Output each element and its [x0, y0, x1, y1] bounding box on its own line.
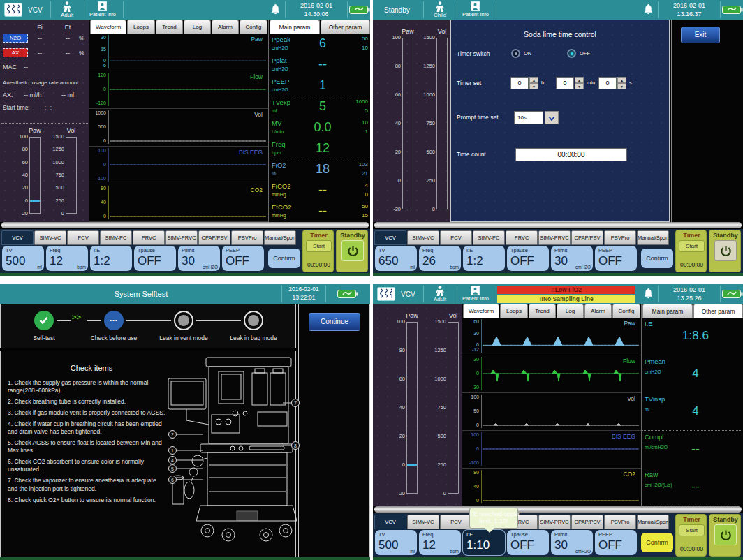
- mode-tab-prvc[interactable]: PRVC: [133, 230, 165, 245]
- mode-tab-pcv[interactable]: PCV: [440, 230, 472, 245]
- patient-info-label[interactable]: Patient Info: [82, 12, 123, 18]
- setting-tv[interactable]: TV650ml: [375, 246, 417, 271]
- spinner-up-button[interactable]: ▲: [529, 77, 538, 83]
- mode-tab-vcv[interactable]: VCV: [374, 515, 406, 529]
- setting-plimit[interactable]: Plimit30cmH2O: [178, 246, 220, 271]
- patient-type-label[interactable]: Child: [426, 12, 454, 18]
- radio-on[interactable]: [511, 49, 520, 58]
- gauge-tick-label: -20: [383, 207, 401, 213]
- setting-freq[interactable]: Freq12bpm: [46, 246, 88, 271]
- tab-config[interactable]: Config: [612, 304, 640, 318]
- mode-tab-cpap-psv[interactable]: CPAP/PSV: [571, 230, 603, 245]
- mode-tab-simv-pc[interactable]: SIMV-PC: [473, 230, 505, 245]
- tab-log[interactable]: Log: [557, 304, 584, 318]
- alarm-bell-icon[interactable]: [642, 288, 654, 300]
- mode-tab-simv-vc[interactable]: SIMV-VC: [407, 515, 439, 529]
- setting-i-e[interactable]: I:E1:2: [90, 246, 132, 271]
- setting-plimit[interactable]: Plimit30cmH2O: [551, 530, 593, 555]
- setting-tpause[interactable]: TpauseOFF: [134, 246, 176, 271]
- patient-info-label[interactable]: Patient Info: [455, 12, 496, 18]
- tab-main-param[interactable]: Main param: [270, 20, 320, 34]
- timer-start-button[interactable]: Start: [679, 524, 705, 536]
- setting-tv[interactable]: TV500ml: [375, 530, 417, 555]
- tab-main-param[interactable]: Main param: [642, 304, 693, 318]
- mode-tab-psvpro[interactable]: PSVPro: [604, 230, 636, 245]
- radio-off[interactable]: [567, 49, 576, 58]
- patient-info-icon[interactable]: [471, 1, 480, 11]
- confirm-button[interactable]: Confirm: [268, 249, 300, 268]
- tab-waveform[interactable]: Waveform: [463, 304, 499, 318]
- timer-start-button[interactable]: Start: [679, 240, 705, 252]
- spinner-field-h[interactable]: 0: [510, 77, 529, 89]
- spinner-up-button[interactable]: ▲: [575, 77, 584, 83]
- setting-i-e[interactable]: I:E1:10: [463, 530, 505, 555]
- spinner-down-button[interactable]: ▼: [575, 83, 584, 89]
- mode-tab-manual-spont[interactable]: Manual/Spont: [637, 230, 669, 245]
- tab-other-param[interactable]: Other param: [321, 20, 370, 34]
- patient-type-icon[interactable]: [435, 1, 445, 12]
- tab-loops[interactable]: Loops: [127, 20, 155, 34]
- mode-tab-cpap-psv[interactable]: CPAP/PSV: [571, 515, 603, 529]
- patient-info-label[interactable]: Patient Info: [455, 296, 496, 302]
- patient-type-label[interactable]: Adult: [426, 296, 454, 302]
- spinner-field-min[interactable]: 0: [556, 77, 574, 89]
- setting-peep[interactable]: PEEPOFF: [222, 246, 264, 271]
- tab-trend[interactable]: Trend: [156, 20, 183, 34]
- spinner-up-button[interactable]: ▲: [617, 77, 626, 83]
- patient-type-label[interactable]: Adult: [53, 12, 81, 18]
- mode-tab-prvc[interactable]: PRVC: [506, 230, 538, 245]
- exit-button[interactable]: Exit: [681, 27, 720, 43]
- mode-tab-simv-prvc[interactable]: SIMV-PRVC: [165, 230, 198, 245]
- standby-power-button[interactable]: [714, 524, 737, 545]
- mode-tab-simv-vc[interactable]: SIMV-VC: [407, 230, 439, 245]
- setting-plimit[interactable]: Plimit30cmH2O: [551, 246, 593, 271]
- setting-tpause[interactable]: TpauseOFF: [507, 246, 549, 271]
- standby-power-button[interactable]: [341, 240, 364, 261]
- mode-tab-psvpro[interactable]: PSVPro: [604, 515, 636, 529]
- confirm-button[interactable]: Confirm: [641, 533, 673, 552]
- standby-power-button[interactable]: [714, 240, 737, 261]
- patient-type-icon[interactable]: [435, 286, 445, 296]
- mode-tab-simv-prvc[interactable]: SIMV-PRVC: [538, 230, 571, 245]
- confirm-button[interactable]: Confirm: [641, 249, 673, 268]
- tab-alarm[interactable]: Alarm: [584, 304, 612, 318]
- tab-alarm[interactable]: Alarm: [212, 20, 239, 34]
- setting-freq[interactable]: Freq12bpm: [419, 530, 461, 555]
- patient-type-icon[interactable]: [62, 1, 72, 12]
- prompt-time-field[interactable]: 10s: [514, 111, 543, 124]
- mode-tab-psvpro[interactable]: PSVPro: [231, 230, 263, 245]
- mode-tab-pcv[interactable]: PCV: [67, 230, 99, 245]
- setting-peep[interactable]: PEEPOFF: [595, 246, 637, 271]
- mode-tab-simv-pc[interactable]: SIMV-PC: [100, 230, 132, 245]
- spinner-down-button[interactable]: ▼: [529, 83, 538, 89]
- mode-tab-simv-vc[interactable]: SIMV-VC: [34, 230, 66, 245]
- setting-tv[interactable]: TV500ml: [2, 246, 44, 271]
- tab-config[interactable]: Config: [240, 20, 267, 34]
- gauge-tick-label: 1500: [417, 35, 435, 41]
- tab-other-param[interactable]: Other param: [693, 304, 743, 318]
- alarm-bell-icon[interactable]: [270, 3, 281, 15]
- mode-tab-vcv[interactable]: VCV: [374, 230, 406, 245]
- alarm-bell-icon[interactable]: [642, 3, 654, 15]
- mode-tab-manual-spont[interactable]: Manual/Spont: [637, 515, 669, 529]
- tab-trend[interactable]: Trend: [529, 304, 556, 318]
- mode-tab-simv-prvc[interactable]: SIMV-PRVC: [538, 515, 571, 529]
- timer-start-button[interactable]: Start: [306, 240, 332, 252]
- setting-tpause[interactable]: TpauseOFF: [507, 530, 549, 555]
- tab-log[interactable]: Log: [184, 20, 211, 34]
- mode-tab-pcv[interactable]: PCV: [440, 515, 472, 529]
- tab-waveform[interactable]: Waveform: [90, 20, 126, 34]
- prompt-dropdown-button[interactable]: [545, 111, 559, 124]
- spinner-field-s[interactable]: 0: [598, 77, 617, 89]
- setting-i-e[interactable]: I:E1:2: [463, 246, 505, 271]
- setting-freq[interactable]: Freq26bpm: [419, 246, 461, 271]
- spinner-down-button[interactable]: ▼: [617, 83, 626, 89]
- mode-tab-manual-spont[interactable]: Manual/Spont: [264, 230, 296, 245]
- setting-peep[interactable]: PEEPOFF: [595, 530, 637, 555]
- patient-info-icon[interactable]: [98, 1, 107, 11]
- mode-tab-vcv[interactable]: VCV: [1, 230, 34, 245]
- patient-info-icon[interactable]: [471, 286, 480, 295]
- mode-tab-cpap-psv[interactable]: CPAP/PSV: [198, 230, 230, 245]
- tab-loops[interactable]: Loops: [500, 304, 528, 318]
- continue-button[interactable]: Continue: [309, 313, 360, 331]
